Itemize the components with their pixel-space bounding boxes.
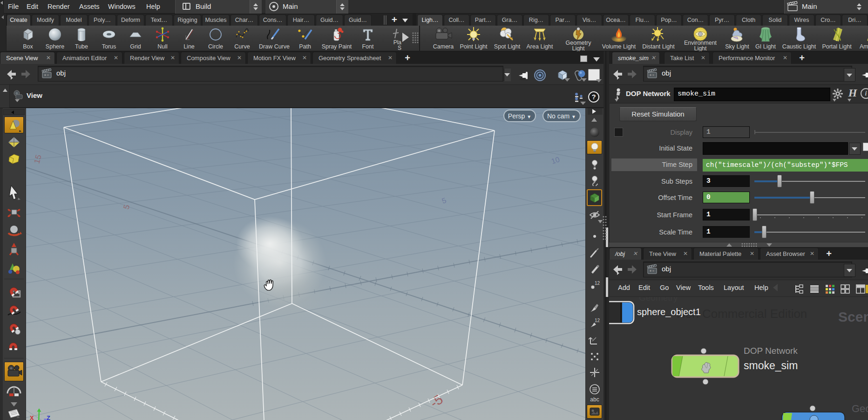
svg-text:X: X	[30, 414, 34, 420]
svg-text:Geo: Geo	[852, 403, 868, 414]
svg-text:15: 15	[33, 154, 43, 165]
svg-text:5: 5	[441, 196, 448, 205]
svg-text:12: 12	[595, 318, 600, 323]
svg-text:12: 12	[595, 281, 600, 286]
svg-text:10: 10	[550, 155, 561, 165]
svg-text:5: 5	[122, 204, 132, 210]
svg-text:smoke_sim: smoke_sim	[744, 359, 798, 372]
svg-text:DOP Network: DOP Network	[744, 346, 798, 356]
svg-text:sphere_object1: sphere_object1	[637, 307, 701, 317]
svg-text:Scene: Scene	[838, 309, 868, 324]
svg-text:Z: Z	[47, 414, 50, 420]
svg-text:Geometry: Geometry	[639, 297, 678, 303]
